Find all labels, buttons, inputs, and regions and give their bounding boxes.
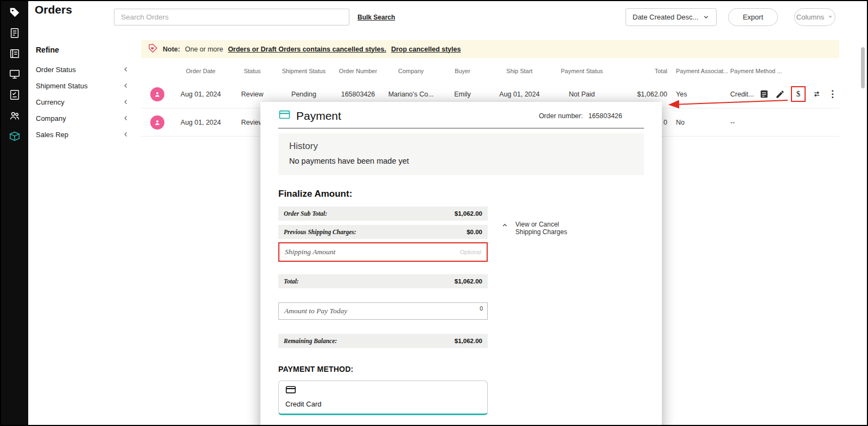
refine-section-shipment-status[interactable]: Shipment Status [36, 78, 129, 94]
presentation-icon[interactable] [7, 67, 22, 82]
bulk-search-link[interactable]: Bulk Search [358, 14, 395, 21]
refine-panel: Order Status Shipment Status Currency Co… [36, 61, 129, 143]
catalog-icon[interactable] [7, 46, 22, 61]
order-number-label: Order number: [539, 112, 583, 120]
cancelled-styles-link[interactable]: Orders or Draft Orders contains cancelle… [228, 46, 386, 53]
cell-payment-method: -- [722, 119, 758, 126]
total-label: Total: [284, 278, 299, 285]
note-banner: Note: One or more Orders or Draft Orders… [141, 40, 839, 58]
chevron-left-icon [123, 131, 129, 138]
previous-shipping-row: Previous Shipping Charges: $0.00 [278, 225, 488, 239]
col-company[interactable]: Company [385, 68, 437, 74]
cell-order-date: Aug 01, 2024 [174, 91, 228, 98]
edit-pencil-icon[interactable] [775, 89, 785, 99]
payment-modal: Payment Order number:165803426 History N… [260, 102, 662, 426]
chevron-left-icon [123, 99, 129, 105]
col-buyer[interactable]: Buyer [437, 68, 488, 74]
table-header-row: Order Date Status Shipment Status Order … [141, 62, 839, 80]
col-order-number[interactable]: Order Number [331, 68, 385, 74]
note-prefix: Note: [163, 46, 180, 53]
order-sub-total-value: $1,062.00 [455, 210, 482, 217]
tag-icon[interactable] [7, 5, 22, 20]
history-title: History [289, 141, 633, 152]
cell-buyer: Emily [437, 91, 488, 98]
chevron-down-icon [703, 14, 710, 21]
order-sub-total-row: Order Sub Total: $1,062.00 [278, 206, 488, 221]
order-summary-icon[interactable] [759, 89, 769, 99]
shipping-amount-input[interactable]: Shipping Amount Optional [278, 242, 488, 262]
app-window: Orders Bulk Search Date Created Desc... … [0, 0, 868, 426]
amount-to-pay-value: 0 [480, 305, 483, 312]
cell-payment-method: Credit... [722, 91, 758, 98]
shipping-amount-placeholder: Shipping Amount [285, 248, 335, 256]
sort-dropdown[interactable]: Date Created Desc... [626, 8, 717, 26]
cell-order-date: Aug 01, 2024 [174, 119, 228, 126]
col-payment-method[interactable]: Payment Method ... [722, 68, 790, 74]
cell-shipment-status: Pending [277, 91, 331, 98]
refine-section-label: Sales Rep [36, 131, 68, 139]
export-button[interactable]: Export [728, 8, 778, 26]
products-icon[interactable] [7, 128, 22, 144]
history-empty-text: No payments have been made yet [289, 157, 633, 165]
order-number: Order number:165803426 [539, 112, 622, 120]
finalize-amount-heading: Finalize Amount: [278, 189, 644, 199]
buyer-avatar [150, 87, 164, 101]
payment-method-heading: PAYMENT METHOD: [278, 365, 644, 373]
checklist-icon[interactable] [7, 87, 22, 102]
previous-shipping-label: Previous Shipping Charges: [284, 229, 356, 235]
row-actions: $ ⋮ [758, 86, 839, 102]
more-options-icon[interactable]: ⋮ [828, 89, 837, 99]
drop-cancelled-styles-link[interactable]: Drop cancelled styles [391, 46, 461, 53]
payment-history-section: History No payments have been made yet [278, 133, 644, 175]
search-input[interactable] [114, 9, 349, 25]
amount-to-pay-placeholder: Amount to Pay Today [284, 307, 347, 315]
remaining-balance-label: Remaining Balance: [284, 338, 337, 344]
cell-payment-associated: No [667, 119, 722, 126]
refine-section-currency[interactable]: Currency [36, 94, 129, 110]
columns-button[interactable]: Columns [794, 8, 835, 26]
cell-order-number: 165803426 [331, 91, 385, 98]
order-sub-total-label: Order Sub Total: [284, 210, 327, 217]
contacts-icon[interactable] [7, 108, 22, 123]
col-status[interactable]: Status [228, 68, 277, 74]
col-payment-status[interactable]: Payment Status [551, 68, 613, 74]
cell-payment-associated: Yes [667, 91, 722, 98]
total-value: $1,062.00 [455, 278, 482, 285]
note-text: One or more [185, 46, 223, 53]
chevron-up-icon [501, 221, 508, 231]
refine-section-sales-rep[interactable]: Sales Rep [36, 126, 129, 143]
credit-card-option[interactable]: Credit Card [278, 380, 488, 415]
view-cancel-shipping-label: View or Cancel Shipping Charges [515, 221, 567, 236]
columns-button-label: Columns [796, 13, 824, 21]
vertical-scrollbar-thumb[interactable] [861, 47, 865, 88]
refine-section-label: Order Status [36, 66, 76, 74]
tag-heart-icon [148, 43, 158, 55]
refine-section-label: Currency [36, 98, 65, 106]
remaining-balance-value: $1,062.00 [455, 338, 482, 344]
refine-section-order-status[interactable]: Order Status [36, 61, 129, 78]
cell-ship-start: Aug 01, 2024 [488, 91, 551, 98]
payment-dollar-button[interactable]: $ [791, 86, 806, 102]
sync-icon[interactable] [812, 89, 822, 99]
invoice-icon[interactable] [7, 25, 22, 41]
refine-section-label: Shipment Status [36, 82, 87, 90]
col-ship-start[interactable]: Ship Start [488, 68, 551, 74]
credit-card-icon [285, 387, 296, 396]
refine-title: Refine [36, 46, 59, 54]
amount-to-pay-input[interactable]: Amount to Pay Today 0 [278, 302, 488, 320]
col-order-date[interactable]: Order Date [174, 68, 228, 74]
order-number-value: 165803426 [588, 112, 622, 120]
refine-section-company[interactable]: Company [36, 110, 129, 126]
view-cancel-shipping-toggle[interactable]: View or Cancel Shipping Charges [501, 221, 567, 236]
optional-label: Optional [460, 249, 481, 255]
chevron-down-icon [827, 13, 833, 21]
credit-card-option-label: Credit Card [285, 400, 481, 408]
app-sidebar [1, 1, 28, 425]
payment-modal-header: Payment Order number:165803426 [278, 102, 644, 128]
page-title: Orders [35, 3, 72, 16]
col-payment-associated[interactable]: Payment Associat... [667, 68, 722, 74]
chevron-left-icon [123, 82, 129, 89]
col-total[interactable]: Total [613, 68, 667, 74]
col-shipment-status[interactable]: Shipment Status [277, 68, 331, 74]
remaining-balance-row: Remaining Balance: $1,062.00 [278, 334, 488, 348]
